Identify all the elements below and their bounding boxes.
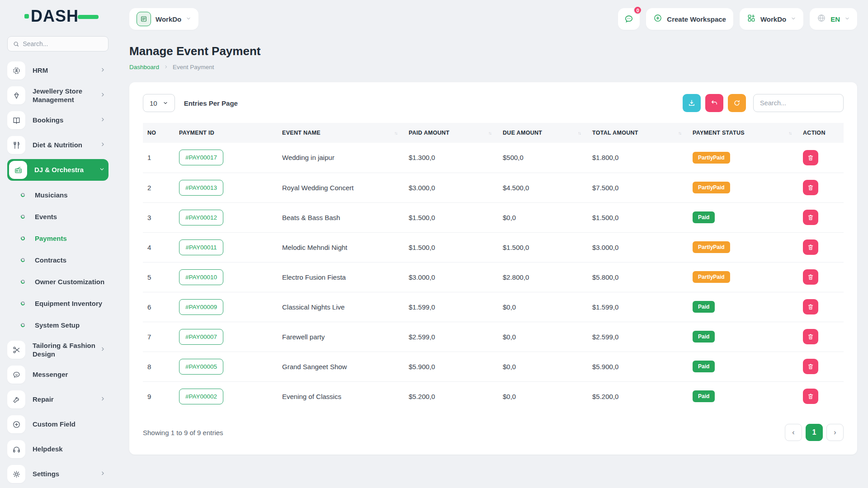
payment-id-link[interactable]: #PAY00007: [179, 329, 223, 345]
sidebar-subitem-owner-customization[interactable]: Owner Customization: [7, 271, 108, 292]
payment-id-link[interactable]: #PAY00013: [179, 180, 223, 196]
column-header-event-name[interactable]: EVENT NAME↑↓: [278, 123, 404, 143]
chevron-right-icon: [100, 470, 106, 478]
download-icon: [688, 99, 696, 107]
column-header-paid-amount[interactable]: PAID AMOUNT↑↓: [404, 123, 498, 143]
sidebar-item-diet-nutrition[interactable]: Diet & Nutrition: [7, 134, 108, 156]
column-header-total-amount[interactable]: TOTAL AMOUNT↑↓: [588, 123, 688, 143]
create-workspace-button[interactable]: Create Workspace: [646, 8, 733, 30]
column-header-due-amount[interactable]: DUE AMOUNT↑↓: [498, 123, 588, 143]
sort-icon[interactable]: ↑↓: [678, 131, 684, 136]
sidebar-item-dj-orchestra[interactable]: DJ & Orchestra: [7, 159, 108, 181]
sidebar-subitem-events[interactable]: Events: [7, 206, 108, 227]
logo-accent-bar: [78, 15, 99, 19]
topbar-actions: 0 Create Workspace WorkDo EN: [618, 8, 857, 30]
messages-button[interactable]: 0: [618, 8, 640, 30]
payment-id-link[interactable]: #PAY00005: [179, 359, 223, 375]
language-selector[interactable]: EN: [810, 8, 857, 30]
delete-button[interactable]: [803, 359, 818, 374]
payment-id-link[interactable]: #PAY00017: [179, 150, 223, 165]
delete-button[interactable]: [803, 389, 818, 404]
bullet-icon: [20, 235, 26, 241]
sidebar-item-settings[interactable]: Settings: [7, 463, 108, 485]
hrm-icon: [7, 61, 25, 80]
next-page-button[interactable]: ›: [826, 424, 844, 441]
payment-id-link[interactable]: #PAY00012: [179, 210, 223, 225]
delete-button[interactable]: [803, 239, 818, 255]
delete-button[interactable]: [803, 150, 818, 165]
delete-button[interactable]: [803, 269, 818, 285]
chevron-right-icon: [100, 116, 106, 124]
payment-id-link[interactable]: #PAY00009: [179, 299, 223, 315]
chat-icon: [7, 366, 25, 384]
table-row: 6#PAY00009Classical Nights Live$1.599,0$…: [143, 292, 844, 322]
table-row: 7#PAY00007Farewell party$2.599,0$0,0$2.5…: [143, 322, 844, 352]
export-button[interactable]: [683, 94, 701, 112]
payment-id-link[interactable]: #PAY00010: [179, 269, 223, 285]
due-amount: $0,0: [498, 352, 588, 381]
payment-id-link[interactable]: #PAY00002: [179, 389, 223, 404]
sidebar-item-hrm[interactable]: HRM: [7, 60, 108, 81]
paid-amount: $3.000,0: [404, 173, 498, 202]
total-amount: $5.800,0: [588, 262, 688, 292]
payment-id-link[interactable]: #PAY00011: [179, 239, 223, 255]
sidebar-item-helpdesk[interactable]: Helpdesk: [7, 438, 108, 460]
sidebar-subitem-payments[interactable]: Payments: [7, 227, 108, 249]
payment-status-badge: Paid: [693, 331, 715, 343]
trash-icon: [807, 303, 814, 310]
sidebar-search[interactable]: [7, 36, 108, 52]
sidebar-item-messenger[interactable]: Messenger: [7, 364, 108, 385]
delete-button[interactable]: [803, 180, 818, 195]
sidebar-item-bookings[interactable]: Bookings: [7, 109, 108, 131]
refresh-button[interactable]: [728, 94, 746, 112]
table-controls: 10 Entries Per Page: [143, 94, 844, 112]
event-name: Royal Wedding Concert: [278, 173, 404, 202]
page-1-button[interactable]: 1: [806, 424, 823, 441]
paid-amount: $1.500,0: [404, 202, 498, 232]
chevron-right-icon: [164, 64, 168, 70]
sidebar-item-repair[interactable]: Repair: [7, 389, 108, 410]
entries-per-page-select[interactable]: 10: [143, 94, 175, 112]
column-header-no: NO: [143, 123, 175, 143]
event-name: Beats & Bass Bash: [278, 202, 404, 232]
due-amount: $0,0: [498, 292, 588, 322]
sort-icon[interactable]: ↑↓: [578, 131, 583, 136]
workdo-apps-menu-button[interactable]: WorkDo: [740, 8, 803, 30]
delete-button[interactable]: [803, 329, 818, 344]
table-row: 9#PAY00002Evening of Classics$5.200,0$0,…: [143, 381, 844, 411]
page-title: Manage Event Payment: [129, 44, 857, 58]
event-name: Wedding in jaipur: [278, 143, 404, 173]
column-header-payment-status[interactable]: PAYMENT STATUS↑↓: [688, 123, 798, 143]
sidebar-subitem-contracts[interactable]: Contracts: [7, 249, 108, 271]
row-number: 8: [143, 352, 175, 381]
table-search-input[interactable]: [753, 94, 844, 112]
current-workspace-button[interactable]: WorkDo: [129, 8, 198, 30]
sidebar-item-jewellery-store-management[interactable]: Jewellery Store Management: [7, 84, 108, 106]
delete-button[interactable]: [803, 299, 818, 314]
sidebar-item-tailoring-fashion-design[interactable]: Tailoring & Fashion Design: [7, 339, 108, 361]
sidebar-subitem-musicians[interactable]: Musicians: [7, 184, 108, 206]
sidebar-subitem-equipment-inventory[interactable]: Equipment Inventory: [7, 292, 108, 314]
bullet-icon: [20, 279, 26, 284]
sidebar-nav: HRMJewellery Store ManagementBookingsDie…: [7, 60, 108, 485]
sort-icon[interactable]: ↑↓: [394, 131, 400, 136]
chevron-right-icon: [100, 91, 106, 99]
previous-page-button[interactable]: ‹: [785, 424, 802, 441]
payments-card: 10 Entries Per Page NOPAYMENT IDEVENT NA…: [129, 82, 857, 455]
total-amount: $5.900,0: [588, 352, 688, 381]
chevron-down-icon: [99, 166, 105, 174]
row-number: 2: [143, 173, 175, 202]
trash-icon: [807, 363, 814, 370]
sidebar-search-input[interactable]: [23, 40, 103, 47]
sort-icon[interactable]: ↑↓: [488, 131, 494, 136]
delete-button[interactable]: [803, 210, 818, 225]
breadcrumb: Dashboard Event Payment: [129, 64, 857, 70]
trash-icon: [807, 184, 814, 191]
sidebar-subitem-system-setup[interactable]: System Setup: [7, 314, 108, 336]
sort-icon[interactable]: ↑↓: [788, 131, 794, 136]
app-logo[interactable]: DASH: [7, 0, 108, 33]
undo-button[interactable]: [705, 94, 723, 112]
sidebar-item-custom-field[interactable]: Custom Field: [7, 413, 108, 435]
current-workspace-label: WorkDo: [156, 15, 181, 23]
breadcrumb-dashboard-link[interactable]: Dashboard: [129, 64, 159, 70]
